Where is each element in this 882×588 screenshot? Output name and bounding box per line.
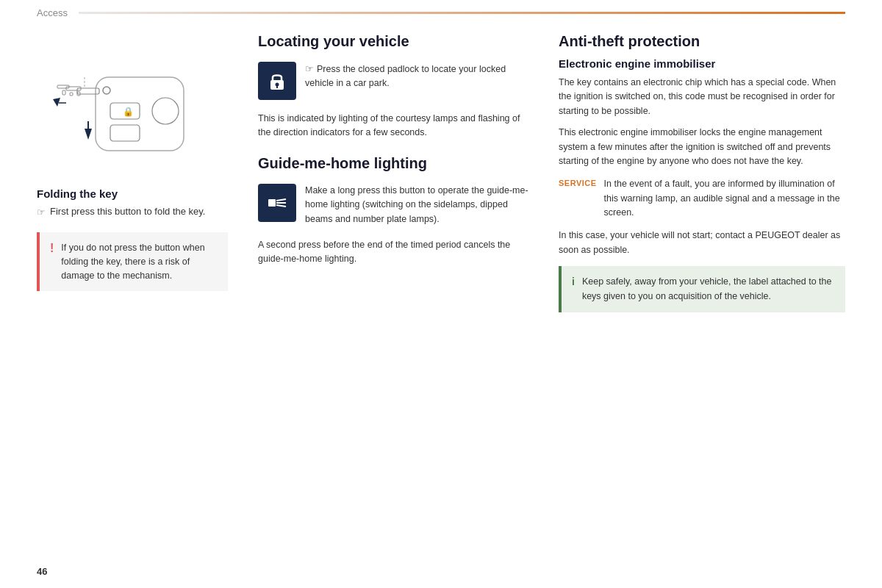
middle-column: Locating your vehicle ☞Press the closed … (243, 33, 544, 566)
service-badge: SERVICE (559, 179, 597, 187)
immobiliser-subtitle: Electronic engine immobiliser (559, 57, 845, 70)
svg-rect-4 (62, 90, 65, 95)
guide-home-title: Guide-me-home lighting (258, 155, 529, 172)
svg-marker-12 (85, 129, 92, 140)
info-box: i Keep safely, away from your vehicle, t… (559, 266, 845, 312)
padlock-icon-box (258, 62, 296, 100)
svg-point-11 (152, 98, 179, 124)
folding-text: First press this button to fold the key. (50, 206, 205, 217)
header-line (79, 12, 845, 14)
service-row: SERVICE In the event of a fault, you are… (559, 177, 845, 220)
service-text: In the event of a fault, you are informe… (604, 177, 845, 220)
svg-text:🔒: 🔒 (123, 106, 134, 117)
locating-title: Locating your vehicle (258, 33, 529, 50)
header-label: Access (37, 7, 68, 18)
page-footer: 46 (37, 566, 47, 577)
svg-line-21 (276, 199, 286, 201)
folding-key-title: Folding the key (37, 187, 228, 200)
guide-home-row: Make a long press this button to operate… (258, 184, 529, 226)
svg-line-23 (276, 205, 286, 207)
locating-instruction-text: ☞Press the closed padlock to locate your… (305, 62, 529, 91)
main-content: 🔒 Folding the key ☞ First press this but… (0, 18, 882, 573)
page-number: 46 (37, 566, 47, 577)
left-column: 🔒 Folding the key ☞ First press this but… (37, 33, 243, 566)
folding-instruction: ☞ First press this button to fold the ke… (37, 206, 228, 218)
antitheft-title: Anti-theft protection (559, 33, 845, 50)
warning-box: ! If you do not press the button when fo… (37, 232, 228, 291)
right-column: Anti-theft protection Electronic engine … (544, 33, 845, 566)
warning-icon: ! (50, 242, 54, 282)
contact-text: In this case, your vehicle will not star… (559, 229, 845, 257)
body-text-2: This electronic engine immobiliser locks… (559, 126, 845, 168)
svg-point-18 (276, 83, 279, 87)
body-text-1: The key contains an electronic chip whic… (559, 76, 845, 118)
warning-text: If you do not press the button when fold… (61, 241, 219, 282)
info-icon: i (572, 276, 575, 304)
svg-rect-5 (70, 93, 73, 96)
svg-marker-14 (53, 98, 60, 107)
locating-para: This is indicated by lighting of the cou… (258, 112, 529, 140)
svg-rect-9 (110, 125, 140, 141)
guide-home-instruction-text: Make a long press this button to operate… (305, 184, 529, 226)
cursor-icon: ☞ (37, 207, 46, 218)
page-header: Access (0, 0, 882, 18)
svg-point-7 (103, 87, 110, 94)
svg-rect-20 (268, 199, 276, 207)
locating-instruction-row: ☞Press the closed padlock to locate your… (258, 62, 529, 100)
guide-home-para: A second press before the end of the tim… (258, 238, 529, 267)
info-text: Keep safely, away from your vehicle, the… (582, 275, 836, 304)
key-illustration: 🔒 (37, 33, 198, 173)
headlight-icon-box (258, 184, 296, 222)
